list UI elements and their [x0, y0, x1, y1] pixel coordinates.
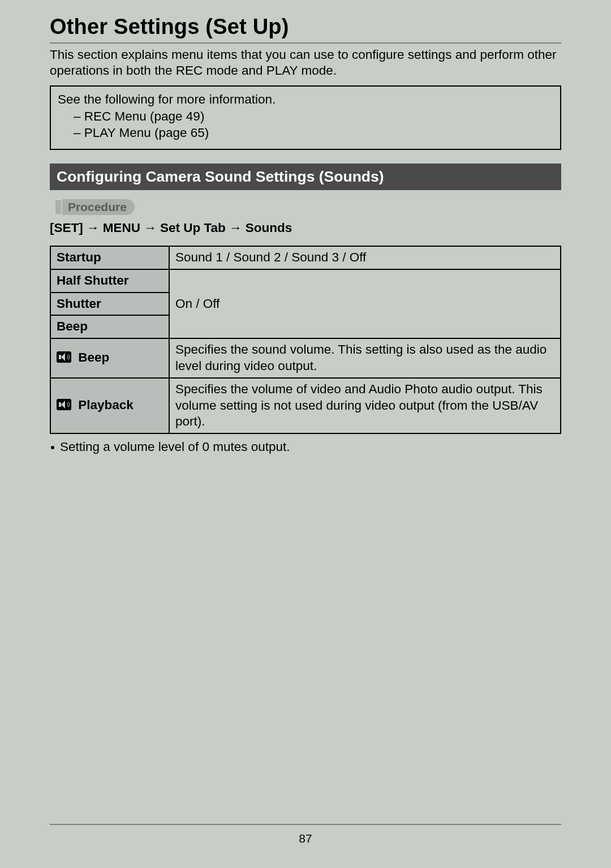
row-label: Playback	[50, 378, 169, 433]
row-label-text: Playback	[78, 398, 134, 412]
procedure-label: Procedure	[62, 199, 135, 215]
footer-rule	[50, 824, 561, 825]
bullet-note: Setting a volume level of 0 mutes output…	[51, 440, 561, 454]
row-value: On / Off	[169, 269, 561, 338]
section-heading-bar: Configuring Camera Sound Settings (Sound…	[50, 164, 561, 190]
table-row: Half Shutter On / Off	[50, 269, 561, 293]
row-label: Half Shutter	[50, 269, 169, 293]
info-item: – PLAY Menu (page 65)	[74, 124, 553, 141]
info-item: – REC Menu (page 49)	[74, 108, 553, 124]
note-text: Setting a volume level of 0 mutes output…	[60, 440, 290, 454]
row-value: Sound 1 / Sound 2 / Sound 3 / Off	[169, 246, 561, 269]
speaker-icon	[57, 351, 71, 367]
manual-page: Other Settings (Set Up) This section exp…	[0, 0, 611, 868]
row-label: Beep	[50, 315, 169, 338]
bullet-icon	[51, 446, 54, 449]
procedure-tag: Procedure	[55, 199, 561, 215]
table-row: Startup Sound 1 / Sound 2 / Sound 3 / Of…	[50, 246, 561, 269]
title-rule	[50, 42, 561, 44]
table-row: Beep Specifies the sound volume. This se…	[50, 338, 561, 378]
row-label: Beep	[50, 338, 169, 378]
page-number: 87	[299, 832, 312, 845]
table-row: Playback Specifies the volume of video a…	[50, 378, 561, 433]
speaker-icon	[57, 398, 71, 415]
settings-table: Startup Sound 1 / Sound 2 / Sound 3 / Of…	[50, 246, 561, 434]
info-lead: See the following for more information.	[58, 91, 553, 108]
row-label: Shutter	[50, 293, 169, 316]
info-box: See the following for more information. …	[50, 85, 561, 150]
row-value: Specifies the volume of video and Audio …	[169, 378, 561, 433]
row-value: Specifies the sound volume. This setting…	[169, 338, 561, 378]
row-label: Startup	[50, 246, 169, 269]
page-footer: 87	[50, 824, 561, 845]
procedure-path: [SET] → MENU → Set Up Tab → Sounds	[50, 221, 561, 235]
procedure-notch-icon	[55, 200, 61, 214]
row-label-text: Beep	[78, 350, 109, 364]
page-title: Other Settings (Set Up)	[50, 15, 561, 39]
intro-text: This section explains menu items that yo…	[50, 47, 561, 79]
